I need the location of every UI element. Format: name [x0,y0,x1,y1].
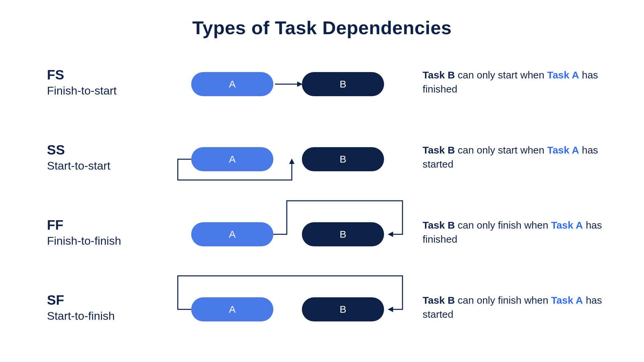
page-title: Types of Task Dependencies [47,17,597,39]
label-fs: FS Finish-to-start [47,67,168,97]
arrow-ss [181,134,409,181]
task-dependency-diagram: Types of Task Dependencies FS Finish-to-… [0,0,644,362]
desc-mid: can only finish when [455,295,551,306]
desc-fs: Task B can only start when Task A has fi… [423,68,610,96]
desc-mid: can only finish when [455,220,551,231]
arrow-sf [181,284,409,331]
desc-sf: Task B can only finish when Task A has s… [423,293,610,321]
code-ss: SS [47,142,168,157]
svg-marker-1 [289,159,294,164]
desc-ff: Task B can only finish when Task A has f… [423,218,610,246]
row-fs: FS Finish-to-start A B Task B can only s… [47,59,597,106]
svg-marker-0 [297,81,303,87]
desc-mid: can only start when [455,144,547,156]
diagram-fs: A B [181,59,409,106]
desc-ss: Task B can only start when Task A has st… [423,143,610,171]
name-fs: Finish-to-start [47,84,168,97]
row-ff: FF Finish-to-finish A B Task B can only … [47,209,597,256]
dependency-rows: FS Finish-to-start A B Task B can only s… [47,59,597,331]
svg-marker-3 [388,307,393,312]
desc-task-a: Task A [551,220,583,231]
svg-marker-2 [388,232,393,237]
desc-task-b: Task B [423,69,455,80]
name-ff: Finish-to-finish [47,234,168,247]
desc-task-a: Task A [551,295,583,306]
name-sf: Start-to-finish [47,309,168,322]
diagram-ss: A B [181,134,409,181]
code-fs: FS [47,67,168,82]
desc-task-b: Task B [423,144,455,156]
diagram-ff: A B [181,209,409,256]
row-sf: SF Start-to-finish A B Task B can only f… [47,284,597,331]
desc-task-b: Task B [423,220,455,231]
code-sf: SF [47,293,168,307]
name-ss: Start-to-start [47,159,168,172]
diagram-sf: A B [181,284,409,331]
label-ff: FF Finish-to-finish [47,218,168,247]
arrow-fs [181,59,409,106]
row-ss: SS Start-to-start A B Task B can only st… [47,134,597,181]
code-ff: FF [47,218,168,232]
desc-mid: can only start when [455,69,547,80]
label-sf: SF Start-to-finish [47,293,168,322]
desc-task-a: Task A [547,69,579,80]
desc-task-b: Task B [423,295,455,306]
desc-task-a: Task A [547,144,579,156]
label-ss: SS Start-to-start [47,142,168,172]
arrow-ff [181,209,409,256]
